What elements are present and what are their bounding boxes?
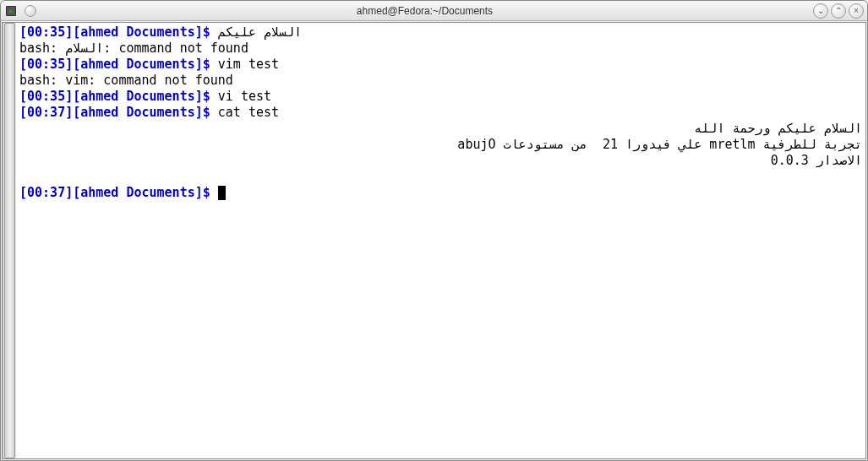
prompt-location: [ahmed Documents] (73, 89, 203, 104)
prompt-dollar: $ (203, 57, 210, 72)
terminal-line: الاصدار 3.0.0 (19, 153, 862, 169)
app-icon: > (4, 4, 18, 18)
terminal-line: bash: vim: command not found (19, 73, 862, 89)
prompt-dollar: $ (203, 24, 210, 40)
scrollbar-thumb[interactable] (4, 23, 15, 458)
prompt-dollar: $ (203, 89, 210, 104)
command-text (210, 185, 218, 200)
prompt-location: [ahmed Documents] (73, 24, 203, 40)
svg-text:>: > (8, 8, 13, 15)
command-text: cat test (210, 105, 279, 120)
terminal-line: bash: السلام: command not found (19, 41, 862, 57)
maximize-button[interactable]: ⌃ (831, 3, 846, 19)
prompt-location: [ahmed Documents] (73, 185, 203, 200)
terminal-line: [00:37][ahmed Documents]$ cat test (19, 105, 862, 121)
terminal-line: [00:35][ahmed Documents]$ vi test (19, 89, 862, 105)
terminal-line: السلام عليكم ورحمة الله (19, 121, 862, 137)
close-button[interactable]: × (849, 3, 864, 19)
terminal-line: [00:35][ahmed Documents]$ السلام عليكم (19, 24, 862, 41)
terminal-line: [00:37][ahmed Documents]$ (19, 185, 862, 201)
prompt-time: [00:35] (19, 57, 73, 72)
prompt-dollar: $ (203, 185, 210, 200)
terminal-line: تجربة للطرفية mlterm علي فيدورا 12 من مس… (19, 137, 862, 153)
prompt-location: [ahmed Documents] (73, 105, 203, 120)
sticky-button[interactable] (25, 5, 36, 17)
terminal-content[interactable]: [00:35][ahmed Documents]$ السلام عليكمba… (16, 23, 865, 458)
prompt-time: [00:37] (19, 185, 73, 200)
prompt-time: [00:35] (19, 89, 73, 104)
terminal-line: [00:35][ahmed Documents]$ vim test (19, 57, 862, 73)
window-title: ahmed@Fedora:~/Documents (36, 5, 813, 17)
terminal-line (19, 169, 862, 185)
prompt-time: [00:37] (19, 105, 73, 120)
cursor (218, 186, 226, 200)
command-text: vim test (210, 57, 279, 72)
terminal-area: [00:35][ahmed Documents]$ السلام عليكمba… (2, 22, 866, 459)
window-controls: ⌄ ⌃ × (813, 3, 864, 19)
prompt-location: [ahmed Documents] (73, 57, 203, 72)
prompt-time: [00:35] (19, 24, 73, 40)
terminal-window: > ahmed@Fedora:~/Documents ⌄ ⌃ × [00:35]… (0, 0, 868, 461)
titlebar[interactable]: > ahmed@Fedora:~/Documents ⌄ ⌃ × (1, 1, 867, 21)
scrollbar[interactable] (3, 23, 16, 458)
minimize-button[interactable]: ⌄ (813, 3, 828, 19)
prompt-dollar: $ (203, 105, 210, 120)
command-text: vi test (210, 89, 271, 104)
command-text: السلام عليكم (210, 24, 302, 40)
